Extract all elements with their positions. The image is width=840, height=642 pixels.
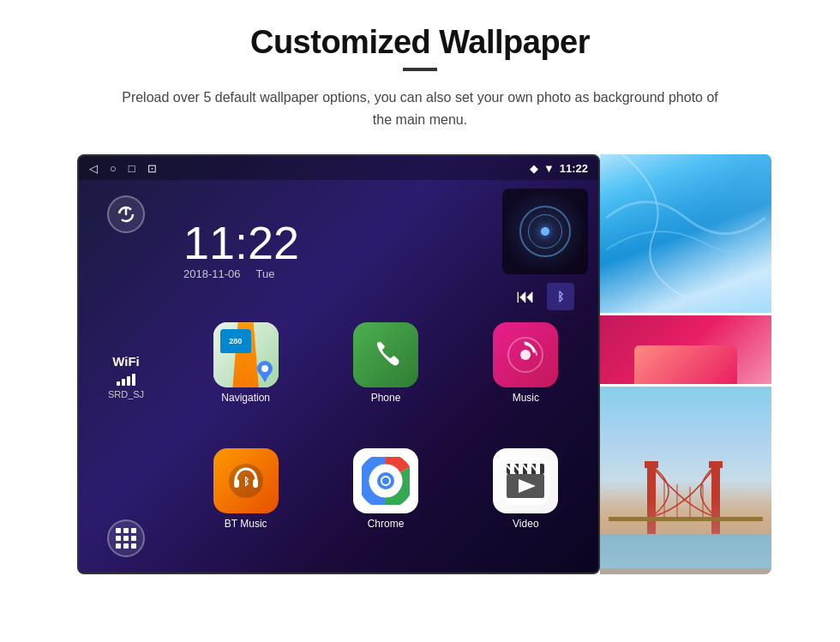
apps-grid: 280 Navigation bbox=[180, 322, 591, 566]
clock-block: 11:22 2018-11-06 Tue bbox=[183, 219, 299, 280]
wallpaper-thumb-ice[interactable] bbox=[600, 154, 771, 313]
app-video[interactable]: Video bbox=[460, 448, 591, 566]
bt-music-icon: ᛒ bbox=[213, 448, 279, 513]
clock-date-display: 2018-11-06 Tue bbox=[183, 267, 274, 280]
media-center-dot bbox=[541, 227, 549, 236]
svg-rect-31 bbox=[645, 461, 658, 468]
phone-icon bbox=[353, 322, 418, 387]
bluetooth-icon: ᛒ bbox=[557, 290, 564, 303]
clock-date: 2018-11-06 bbox=[183, 267, 241, 280]
navigation-icon: 280 bbox=[213, 322, 279, 387]
clock-area: 11:22 2018-11-06 Tue bbox=[180, 189, 591, 310]
main-area: WiFi SRD_SJ bbox=[79, 180, 598, 573]
nav-shield: 280 bbox=[220, 329, 251, 353]
svg-point-6 bbox=[520, 350, 531, 360]
app-bt-music[interactable]: ᛒ BT Music bbox=[180, 448, 311, 566]
power-button[interactable] bbox=[107, 195, 145, 233]
left-sidebar: WiFi SRD_SJ bbox=[79, 180, 173, 573]
app-phone[interactable]: Phone bbox=[320, 322, 451, 440]
android-screen: ◁ ○ □ ⊡ ◆ ▼ 11:22 bbox=[77, 154, 600, 574]
status-time: 11:22 bbox=[560, 162, 588, 175]
media-widget[interactable] bbox=[502, 189, 588, 274]
signal-icon: ▼ bbox=[543, 162, 555, 175]
app-music[interactable]: Music bbox=[460, 322, 591, 440]
clock-time-display: 11:22 bbox=[183, 219, 299, 266]
wifi-bar-2 bbox=[122, 379, 125, 386]
bluetooth-button[interactable]: ᛒ bbox=[547, 283, 574, 310]
wifi-bar-1 bbox=[117, 381, 120, 386]
bridge-fog bbox=[600, 500, 771, 575]
svg-rect-9 bbox=[253, 479, 258, 488]
app-chrome[interactable]: Chrome bbox=[320, 448, 451, 566]
bt-music-label: BT Music bbox=[225, 518, 267, 530]
wifi-ssid: SRD_SJ bbox=[108, 389, 144, 399]
power-icon bbox=[117, 205, 135, 224]
wifi-block: WiFi SRD_SJ bbox=[108, 354, 144, 399]
music-label: Music bbox=[513, 392, 539, 404]
wallpaper-thumb-mid[interactable] bbox=[600, 315, 771, 384]
wifi-bar-3 bbox=[127, 376, 130, 386]
page-container: Customized Wallpaper Preload over 5 defa… bbox=[0, 0, 840, 642]
location-icon: ◆ bbox=[530, 162, 538, 175]
svg-marker-4 bbox=[260, 374, 270, 382]
wallpaper-thumbnails bbox=[600, 154, 771, 574]
svg-rect-8 bbox=[234, 479, 239, 488]
grid-dots-icon bbox=[116, 528, 136, 549]
screen-wrapper: ◁ ○ □ ⊡ ◆ ▼ 11:22 bbox=[77, 154, 763, 574]
media-circle bbox=[519, 206, 571, 257]
video-icon bbox=[493, 448, 558, 513]
chrome-label: Chrome bbox=[368, 518, 405, 530]
music-svg-icon bbox=[507, 336, 544, 374]
nav-icons: ◁ ○ □ ⊡ bbox=[89, 162, 157, 175]
recents-icon[interactable]: □ bbox=[129, 162, 135, 175]
back-icon[interactable]: ◁ bbox=[89, 162, 98, 175]
status-bar: ◁ ○ □ ⊡ ◆ ▼ 11:22 bbox=[79, 156, 598, 180]
wifi-label: WiFi bbox=[112, 354, 140, 369]
svg-text:ᛒ: ᛒ bbox=[243, 476, 249, 488]
screenshot-icon[interactable]: ⊡ bbox=[147, 162, 157, 175]
home-icon[interactable]: ○ bbox=[110, 162, 117, 175]
svg-point-15 bbox=[382, 477, 389, 484]
page-title: Customized Wallpaper bbox=[250, 24, 590, 61]
bt-svg-icon: ᛒ bbox=[227, 462, 265, 500]
wallpaper-thumb-bridge[interactable] bbox=[600, 387, 771, 574]
chrome-svg-icon bbox=[362, 457, 410, 505]
clock-day: Tue bbox=[256, 267, 275, 280]
wifi-bar-4 bbox=[132, 374, 135, 386]
svg-point-3 bbox=[261, 365, 268, 372]
apps-grid-button[interactable] bbox=[107, 519, 145, 557]
page-description: Preload over 5 default wallpaper options… bbox=[120, 87, 720, 130]
media-controls: ⏮ ᛒ bbox=[516, 283, 574, 310]
wifi-bars bbox=[117, 372, 135, 386]
title-underline bbox=[403, 68, 437, 71]
map-pin-icon bbox=[256, 360, 273, 382]
phone-svg-icon bbox=[367, 336, 405, 374]
nav-shield-text: 280 bbox=[229, 338, 242, 345]
navigation-label: Navigation bbox=[221, 392, 270, 404]
mid-item bbox=[634, 345, 737, 384]
phone-label: Phone bbox=[371, 392, 401, 404]
prev-track-button[interactable]: ⏮ bbox=[516, 285, 535, 308]
media-inner-circle bbox=[528, 214, 562, 249]
svg-rect-32 bbox=[709, 461, 723, 468]
video-label: Video bbox=[513, 518, 538, 530]
app-navigation[interactable]: 280 Navigation bbox=[180, 322, 311, 440]
status-right-icons: ◆ ▼ 11:22 bbox=[530, 162, 588, 175]
ice-texture-svg bbox=[600, 154, 771, 313]
music-icon bbox=[493, 322, 558, 387]
chrome-icon bbox=[353, 448, 418, 513]
center-content: 11:22 2018-11-06 Tue bbox=[173, 180, 598, 573]
video-svg-icon bbox=[501, 457, 549, 505]
